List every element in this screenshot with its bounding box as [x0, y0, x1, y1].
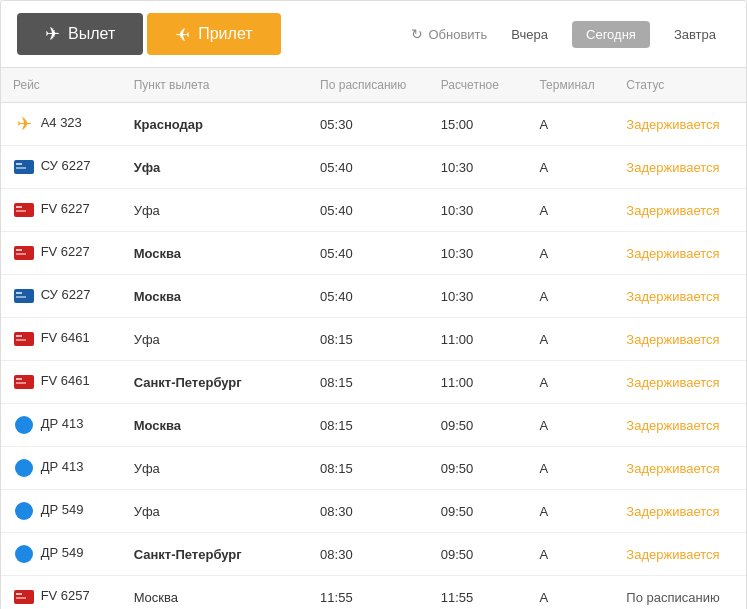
flight-number-cell: ДР 413 [1, 447, 122, 490]
airline-icon [13, 156, 35, 178]
origin-cell: Санкт-Петербург [122, 533, 308, 576]
scheduled-time: 08:15 [320, 332, 353, 347]
origin-name: Москва [134, 289, 181, 304]
scheduled-time: 05:40 [320, 203, 353, 218]
estimated-cell: 09:50 [429, 533, 528, 576]
flight-number: FV 6227 [41, 201, 90, 216]
main-container: ✈ Вылет ✈ Прилет ↻ Обновить Вчера Сегодн… [0, 0, 747, 609]
estimated-cell: 10:30 [429, 275, 528, 318]
origin-cell: Москва [122, 275, 308, 318]
origin-name: Москва [134, 246, 181, 261]
status-cell: Задерживается [614, 361, 746, 404]
flight-number-cell: FV 6257 [1, 576, 122, 610]
refresh-icon: ↻ [411, 26, 423, 42]
status-badge: Задерживается [626, 461, 719, 476]
terminal-value: A [539, 547, 548, 562]
tomorrow-button[interactable]: Завтра [660, 21, 730, 48]
svg-rect-13 [16, 335, 22, 337]
estimated-time: 10:30 [441, 289, 474, 304]
arrival-icon: ✈ [175, 23, 190, 45]
flight-number-cell: ДР 549 [1, 490, 122, 533]
svg-rect-5 [16, 210, 26, 212]
flight-number-cell: ✈ А4 323 [1, 103, 122, 146]
estimated-cell: 10:30 [429, 189, 528, 232]
refresh-label: Обновить [428, 27, 487, 42]
scheduled-time: 05:40 [320, 289, 353, 304]
estimated-cell: 11:00 [429, 318, 528, 361]
estimated-time: 10:30 [441, 203, 474, 218]
status-cell: Задерживается [614, 490, 746, 533]
status-badge: По расписанию [626, 590, 719, 605]
airline-icon [13, 543, 35, 565]
svg-rect-2 [16, 167, 26, 169]
refresh-button[interactable]: ↻ Обновить [411, 26, 487, 42]
origin-name: Уфа [134, 203, 160, 218]
airline-icon [13, 414, 35, 436]
table-row: ✈ А4 323 Краснодар 05:30 15:00 A Задержи… [1, 103, 746, 146]
scheduled-cell: 08:15 [308, 318, 429, 361]
origin-name: Уфа [134, 461, 160, 476]
scheduled-time: 08:15 [320, 418, 353, 433]
terminal-value: A [539, 504, 548, 519]
status-badge: Задерживается [626, 289, 719, 304]
tab-arrival-label: Прилет [198, 25, 252, 43]
flight-number: FV 6461 [41, 373, 90, 388]
origin-cell: Краснодар [122, 103, 308, 146]
flight-number-cell: СУ 6227 [1, 146, 122, 189]
status-cell: Задерживается [614, 318, 746, 361]
terminal-cell: A [527, 146, 614, 189]
estimated-time: 11:00 [441, 375, 474, 390]
table-row: ДР 549 Санкт-Петербург 08:30 09:50 A Зад… [1, 533, 746, 576]
flight-number: FV 6227 [41, 244, 90, 259]
status-cell: Задерживается [614, 275, 746, 318]
scheduled-time: 08:30 [320, 547, 353, 562]
flight-number: ДР 549 [41, 545, 84, 560]
terminal-cell: A [527, 361, 614, 404]
estimated-time: 09:50 [441, 504, 474, 519]
origin-cell: Уфа [122, 189, 308, 232]
status-cell: Задерживается [614, 189, 746, 232]
col-header-terminal: Терминал [527, 68, 614, 103]
status-cell: Задерживается [614, 103, 746, 146]
table-row: ДР 413 Уфа 08:15 09:50 A Задерживается [1, 447, 746, 490]
scheduled-time: 05:30 [320, 117, 353, 132]
status-badge: Задерживается [626, 418, 719, 433]
status-badge: Задерживается [626, 375, 719, 390]
header-actions: ↻ Обновить Вчера Сегодня Завтра [411, 21, 730, 48]
svg-rect-17 [16, 382, 26, 384]
terminal-value: A [539, 246, 548, 261]
scheduled-cell: 08:30 [308, 490, 429, 533]
origin-cell: Москва [122, 232, 308, 275]
terminal-value: A [539, 590, 548, 605]
terminal-cell: A [527, 189, 614, 232]
tab-departure[interactable]: ✈ Вылет [17, 13, 143, 55]
scheduled-cell: 08:15 [308, 447, 429, 490]
scheduled-cell: 05:30 [308, 103, 429, 146]
flight-number-cell: FV 6227 [1, 232, 122, 275]
status-cell: По расписанию [614, 576, 746, 610]
flight-number-cell: ДР 413 [1, 404, 122, 447]
scheduled-time: 11:55 [320, 590, 353, 605]
svg-rect-19 [16, 593, 22, 595]
scheduled-cell: 11:55 [308, 576, 429, 610]
svg-rect-8 [16, 253, 26, 255]
today-button[interactable]: Сегодня [572, 21, 650, 48]
estimated-time: 15:00 [441, 117, 474, 132]
flight-number: СУ 6227 [41, 287, 91, 302]
flight-number-cell: ДР 549 [1, 533, 122, 576]
header: ✈ Вылет ✈ Прилет ↻ Обновить Вчера Сегодн… [1, 1, 746, 68]
yesterday-button[interactable]: Вчера [497, 21, 562, 48]
status-cell: Задерживается [614, 146, 746, 189]
table-row: СУ 6227 Уфа 05:40 10:30 A Задерживается [1, 146, 746, 189]
scheduled-time: 05:40 [320, 246, 353, 261]
origin-cell: Уфа [122, 447, 308, 490]
flight-number-cell: FV 6461 [1, 361, 122, 404]
flight-number: ДР 413 [41, 416, 84, 431]
origin-cell: Уфа [122, 318, 308, 361]
estimated-cell: 11:55 [429, 576, 528, 610]
terminal-value: A [539, 332, 548, 347]
estimated-time: 09:50 [441, 418, 474, 433]
tab-arrival[interactable]: ✈ Прилет [147, 13, 280, 55]
terminal-cell: A [527, 232, 614, 275]
estimated-cell: 10:30 [429, 146, 528, 189]
